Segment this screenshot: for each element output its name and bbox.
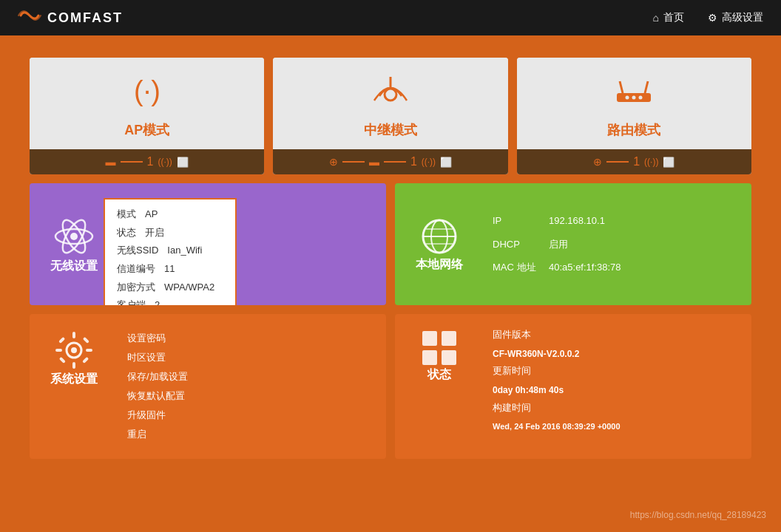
svg-rect-24 xyxy=(58,337,65,344)
svg-rect-29 xyxy=(442,331,456,346)
popup-row-2: 无线SSID Ian_Wifi xyxy=(117,242,223,260)
svg-point-6 xyxy=(626,96,629,100)
svg-point-9 xyxy=(70,233,78,240)
tiles-row-2: 系统设置 设置密码 时区设置 保存/加载设置 恢复默认配置 升级固件 重启 xyxy=(30,314,751,459)
watermark: https://blog.csdn.net/qq_28189423 xyxy=(630,510,766,520)
grid-icon xyxy=(420,329,459,367)
svg-rect-20 xyxy=(72,332,75,338)
home-icon: ⌂ xyxy=(653,12,659,24)
footer-globe-icon3: ⊕ xyxy=(593,156,602,168)
svg-rect-22 xyxy=(55,349,62,352)
buildtime-label: 构建时间 xyxy=(493,399,743,417)
link-save-load[interactable]: 保存/加载设置 xyxy=(127,367,377,386)
logo-icon xyxy=(18,8,41,27)
svg-rect-26 xyxy=(59,357,66,364)
status-inner: 状态 固件版本 CF-WR360N-V2.0.0.2 更新时间 0day 0h:… xyxy=(395,314,751,446)
relay-mode-card[interactable]: 中继模式 ⊕ ▬ 1 ((·)) ⬜ xyxy=(273,58,507,174)
system-tile-label: 系统设置 xyxy=(50,372,98,387)
network-info: IP 192.168.10.1 DHCP 启用 MAC 地址 40:a5:ef:… xyxy=(484,200,751,287)
svg-point-19 xyxy=(71,347,77,353)
link-reboot[interactable]: 重启 xyxy=(127,425,377,444)
svg-rect-28 xyxy=(422,331,437,346)
svg-rect-27 xyxy=(82,357,89,364)
logo: COMFAST xyxy=(18,8,123,27)
svg-rect-30 xyxy=(422,350,437,365)
nav-settings[interactable]: ⚙ 高级设置 xyxy=(708,11,763,24)
wireless-popup: 模式 AP 状态 开启 无线SSID Ian_Wifi 信道编号 11 加密方式 xyxy=(104,198,237,305)
footer-plug-icon2: ▬ xyxy=(369,156,379,168)
relay-mode-label: 中继模式 xyxy=(364,121,417,139)
footer-sig2: 1 xyxy=(410,155,417,168)
popup-row-4: 加密方式 WPA/WPA2 xyxy=(117,279,223,297)
footer-wifi3: ((·)) xyxy=(644,157,658,167)
mode-row: (·) AP模式 ▬ 1 ((·)) ⬜ xyxy=(30,58,751,174)
network-icon-area: 本地网络 xyxy=(395,183,484,305)
router-mode-footer: ⊕ 1 ((·)) ⬜ xyxy=(517,149,751,174)
router-mode-body: 路由模式 xyxy=(517,58,751,149)
popup-row-0: 模式 AP xyxy=(117,205,223,224)
footer-signal-icon: 1 xyxy=(147,155,154,168)
firmware-val: CF-WR360N-V2.0.0.2 xyxy=(493,346,743,363)
tiles-row-1: 无线设置 模式 AP 状态 开启 无线SSID Ian_Wifi 信道编号 xyxy=(30,183,751,305)
network-dhcp-row: DHCP 启用 xyxy=(493,236,743,253)
svg-line-4 xyxy=(620,81,623,93)
footer-wifi2: ((·)) xyxy=(422,157,436,167)
footer-plug-icon: ▬ xyxy=(106,156,116,168)
status-tile-label: 状态 xyxy=(427,367,451,383)
svg-point-1 xyxy=(385,89,396,100)
ap-mode-icon: (·) xyxy=(121,72,173,114)
atom-icon xyxy=(52,214,96,259)
nav-home[interactable]: ⌂ 首页 xyxy=(653,11,684,24)
globe-icon xyxy=(419,216,460,257)
ap-mode-card[interactable]: (·) AP模式 ▬ 1 ((·)) ⬜ xyxy=(30,58,264,174)
svg-line-5 xyxy=(645,81,648,93)
ap-mode-footer: ▬ 1 ((·)) ⬜ xyxy=(30,149,264,174)
wireless-tile-label: 无线设置 xyxy=(50,259,98,274)
system-inner: 系统设置 设置密码 时区设置 保存/加载设置 恢复默认配置 升级固件 重启 xyxy=(30,314,386,459)
status-icon-area: 状态 xyxy=(395,314,484,398)
svg-rect-23 xyxy=(86,349,92,352)
system-tile[interactable]: 系统设置 设置密码 时区设置 保存/加载设置 恢复默认配置 升级固件 重启 xyxy=(30,314,386,459)
footer-monitor3: ⬜ xyxy=(663,157,674,168)
main-content: (·) AP模式 ▬ 1 ((·)) ⬜ xyxy=(0,35,781,474)
ap-mode-label: AP模式 xyxy=(124,121,169,139)
svg-point-7 xyxy=(632,96,636,100)
link-upgrade[interactable]: 升级固件 xyxy=(127,406,377,425)
link-password[interactable]: 设置密码 xyxy=(127,329,377,348)
footer-monitor2: ⬜ xyxy=(440,157,452,168)
footer-globe-icon: ⊕ xyxy=(329,156,338,168)
footer-wifi-icon: ((·)) xyxy=(158,157,172,167)
wireless-tile[interactable]: 无线设置 模式 AP 状态 开启 无线SSID Ian_Wifi 信道编号 xyxy=(30,183,386,305)
router-mode-icon xyxy=(608,72,660,114)
network-ip-row: IP 192.168.10.1 xyxy=(493,212,743,229)
svg-rect-21 xyxy=(72,362,75,369)
header-nav: ⌂ 首页 ⚙ 高级设置 xyxy=(653,11,763,24)
link-timezone[interactable]: 时区设置 xyxy=(127,348,377,367)
relay-mode-body: 中继模式 xyxy=(273,58,507,149)
popup-row-5: 客户端 2 xyxy=(117,296,223,305)
system-links: 设置密码 时区设置 保存/加载设置 恢复默认配置 升级固件 重启 xyxy=(118,314,386,459)
buildtime-val: Wed, 24 Feb 2016 08:39:29 +0000 xyxy=(493,419,743,434)
network-tile-label: 本地网络 xyxy=(416,257,463,273)
footer-monitor-icon: ⬜ xyxy=(177,157,189,168)
router-mode-card[interactable]: 路由模式 ⊕ 1 ((·)) ⬜ xyxy=(517,58,751,174)
status-tile[interactable]: 状态 固件版本 CF-WR360N-V2.0.0.2 更新时间 0day 0h:… xyxy=(395,314,751,459)
svg-point-8 xyxy=(639,96,643,100)
relay-mode-footer: ⊕ ▬ 1 ((·)) ⬜ xyxy=(273,149,507,174)
status-info: 固件版本 CF-WR360N-V2.0.0.2 更新时间 0day 0h:48m… xyxy=(484,314,751,446)
router-mode-label: 路由模式 xyxy=(607,121,660,139)
popup-row-1: 状态 开启 xyxy=(117,224,223,242)
uptime-val: 0day 0h:48m 40s xyxy=(493,382,743,399)
svg-rect-25 xyxy=(83,337,89,344)
uptime-label: 更新时间 xyxy=(493,362,743,381)
network-tile[interactable]: 本地网络 IP 192.168.10.1 DHCP 启用 MAC 地址 40:a… xyxy=(395,183,751,305)
system-icon-area: 系统设置 xyxy=(30,314,118,402)
popup-row-3: 信道编号 11 xyxy=(117,260,223,279)
network-mac-row: MAC 地址 40:a5:ef:1f:38:78 xyxy=(493,259,743,276)
link-reset[interactable]: 恢复默认配置 xyxy=(127,386,377,406)
firmware-label: 固件版本 xyxy=(493,326,743,344)
settings-icon: ⚙ xyxy=(708,12,717,24)
svg-rect-31 xyxy=(442,350,456,365)
header: COMFAST ⌂ 首页 ⚙ 高级设置 xyxy=(0,0,781,35)
ap-mode-body: (·) AP模式 xyxy=(30,58,264,149)
